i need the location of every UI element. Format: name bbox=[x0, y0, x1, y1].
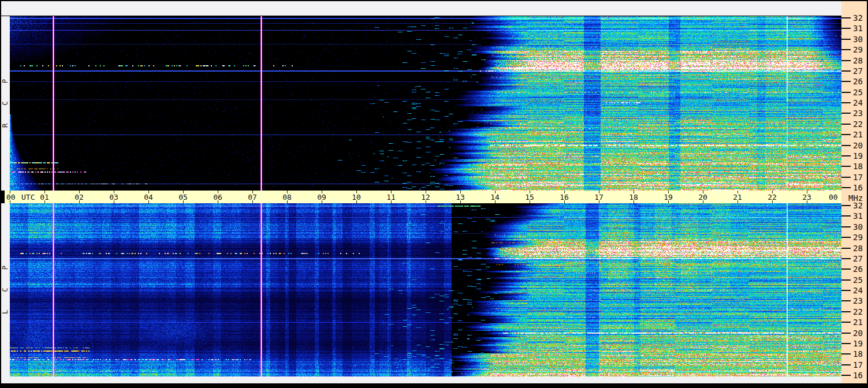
freq-label: 22 bbox=[853, 119, 863, 128]
hour-tick bbox=[634, 191, 634, 193]
freq-label: 24 bbox=[853, 286, 863, 295]
freq-tick bbox=[841, 92, 851, 93]
hour-tick bbox=[772, 191, 773, 193]
freq-label: 23 bbox=[853, 109, 863, 118]
freq-label: 29 bbox=[853, 233, 863, 242]
hour-tick bbox=[218, 191, 218, 193]
hour-tick bbox=[148, 200, 149, 203]
hour-tick bbox=[252, 200, 253, 203]
freq-tick bbox=[841, 353, 851, 355]
time-axis: 00 UTC 00 010203040506070809101112131415… bbox=[5, 191, 841, 203]
hour-tick bbox=[530, 200, 530, 203]
hour-tick bbox=[599, 200, 599, 203]
hour-tick bbox=[148, 191, 149, 193]
freq-tick bbox=[841, 215, 851, 217]
hour-tick bbox=[356, 200, 357, 203]
hour-tick bbox=[530, 191, 530, 193]
hour-tick bbox=[356, 191, 357, 193]
freq-label: 21 bbox=[853, 318, 863, 327]
freq-tick bbox=[841, 311, 851, 312]
hour-tick bbox=[426, 200, 426, 203]
freq-tick bbox=[841, 124, 851, 125]
frequency-axis: MHz 323130292827262524232221201918171632… bbox=[841, 1, 867, 383]
freq-tick bbox=[841, 28, 851, 29]
rcp-spectrogram-panel bbox=[10, 16, 841, 191]
freq-label: 20 bbox=[853, 328, 863, 337]
freq-label: 19 bbox=[853, 151, 863, 160]
freq-tick bbox=[841, 248, 851, 249]
freq-label: 18 bbox=[853, 349, 863, 359]
hour-tick bbox=[322, 191, 322, 193]
hour-tick bbox=[10, 191, 10, 193]
freq-label: 16 bbox=[853, 371, 863, 380]
hour-tick bbox=[460, 191, 461, 193]
freq-tick bbox=[841, 226, 851, 227]
hour-tick bbox=[183, 200, 184, 203]
freq-label: 28 bbox=[853, 243, 863, 252]
hour-tick bbox=[114, 200, 114, 203]
lcp-spectrogram-panel bbox=[10, 203, 841, 376]
freq-tick bbox=[841, 364, 851, 365]
freq-label: 31 bbox=[853, 211, 863, 221]
freq-tick bbox=[841, 268, 851, 270]
hour-tick bbox=[668, 200, 669, 203]
hour-tick bbox=[668, 191, 669, 193]
hour-label-start: 00 bbox=[6, 193, 16, 202]
freq-tick bbox=[841, 49, 851, 50]
hour-tick bbox=[426, 191, 426, 193]
freq-tick bbox=[841, 279, 851, 281]
hour-tick bbox=[218, 200, 218, 203]
hour-tick bbox=[599, 191, 599, 193]
hour-tick bbox=[807, 191, 807, 193]
freq-tick bbox=[841, 290, 851, 291]
freq-label: 32 bbox=[853, 13, 863, 23]
freq-tick bbox=[841, 113, 851, 114]
freq-tick bbox=[841, 39, 851, 40]
hour-tick bbox=[44, 200, 45, 203]
hour-tick bbox=[564, 200, 565, 203]
freq-label: 21 bbox=[853, 130, 863, 139]
freq-label: 27 bbox=[853, 253, 863, 263]
hour-tick bbox=[495, 200, 496, 203]
freq-label: 26 bbox=[853, 264, 863, 274]
freq-tick bbox=[841, 177, 851, 178]
freq-tick bbox=[841, 17, 851, 18]
freq-label: 18 bbox=[853, 162, 863, 171]
freq-tick bbox=[841, 333, 851, 334]
freq-label: 16 bbox=[853, 183, 863, 192]
freq-tick bbox=[841, 81, 851, 82]
freq-label: 30 bbox=[853, 222, 863, 231]
freq-label: 30 bbox=[853, 34, 863, 43]
freq-tick bbox=[841, 60, 851, 61]
freq-tick bbox=[841, 322, 851, 323]
freq-tick bbox=[841, 258, 851, 259]
freq-tick bbox=[841, 187, 851, 188]
freq-label: 25 bbox=[853, 87, 863, 96]
hour-tick bbox=[703, 191, 703, 193]
freq-label: 31 bbox=[853, 24, 863, 33]
freq-tick bbox=[841, 375, 851, 376]
freq-label: 23 bbox=[853, 296, 863, 305]
freq-tick bbox=[841, 155, 851, 156]
freq-tick bbox=[841, 205, 851, 206]
hour-tick bbox=[737, 191, 738, 193]
hour-tick bbox=[634, 200, 634, 203]
freq-tick bbox=[841, 70, 851, 72]
freq-tick bbox=[841, 300, 851, 301]
freq-label: 24 bbox=[853, 98, 863, 107]
freq-tick bbox=[841, 134, 851, 135]
hour-tick bbox=[807, 200, 807, 203]
freq-tick bbox=[841, 166, 851, 167]
hour-tick bbox=[322, 200, 322, 203]
freq-label: 22 bbox=[853, 307, 863, 316]
freq-label: 25 bbox=[853, 275, 863, 284]
hour-tick bbox=[391, 200, 392, 203]
hour-tick bbox=[114, 191, 114, 193]
freq-label: 19 bbox=[853, 338, 863, 348]
freq-label: 20 bbox=[853, 140, 863, 150]
bottom-margin-strip bbox=[1, 376, 841, 383]
lcp-polarization-label: LCP bbox=[1, 203, 10, 376]
freq-label: 32 bbox=[853, 201, 863, 210]
rcp-polarization-label: RCP bbox=[1, 16, 10, 191]
hour-tick bbox=[737, 200, 738, 203]
